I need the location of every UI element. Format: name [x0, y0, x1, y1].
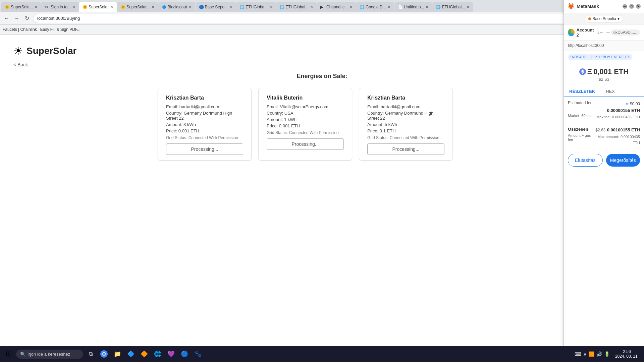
tab-close-3[interactable]: ✕ — [110, 5, 113, 9]
next-account-icon[interactable]: → — [605, 29, 611, 36]
card-1-amount: Amount: 3 kWh — [166, 122, 243, 127]
reload-button[interactable]: ↻ — [23, 14, 31, 22]
energy-card-3: Krisztian Barta Email: bartariki@gmail.c… — [359, 88, 453, 161]
card-1-price: Price: 0.001 ETH — [166, 128, 243, 133]
bookmark-pdf[interactable]: Easy Fill & Sign PDF... — [40, 27, 80, 32]
back-link[interactable]: < Back — [7, 61, 35, 73]
account-address[interactable]: 0xD5A9D...... — [611, 29, 640, 36]
metamask-close-button[interactable]: ✕ — [636, 4, 641, 9]
prev-account-icon[interactable]: ← — [599, 29, 604, 36]
tray-expand-icon[interactable]: ∧ — [583, 351, 587, 357]
app-header: ☀ SuperSolar — [7, 41, 637, 61]
cards-container: Krisztian Barta Email: bartariki@gmail.c… — [138, 88, 506, 161]
metamask-logo-icon: 🦊 — [567, 3, 575, 10]
tab-9[interactable]: ▶ Channel c... ✕ — [317, 2, 356, 12]
tab-close-12[interactable]: ✕ — [466, 5, 470, 9]
reject-button[interactable]: Elutasítás — [568, 154, 603, 167]
taskbar-right: ⌨ ∧ 📶 🔊 🔋 2:56 2024. 08. 11. — [575, 349, 641, 359]
metamask-account-left: Account 2 ℹ — [568, 27, 599, 38]
tab-10[interactable]: 🌐 Google D... ✕ — [356, 2, 394, 12]
start-menu-button[interactable]: ⊞ — [3, 348, 15, 360]
forward-button[interactable]: → — [13, 14, 21, 22]
card-2-grid-status: Grid Status: Connected With Permission — [267, 130, 344, 135]
metamask-network-selector[interactable]: Base Sepolia ▾ — [585, 15, 623, 22]
tab-favicon-11: 📄 — [398, 5, 402, 9]
app-logo-icon: ☀ — [13, 45, 23, 57]
tab-11[interactable]: 📄 Untitled p... ✕ — [394, 2, 432, 12]
network-icon[interactable]: 📶 — [589, 351, 594, 357]
address-bar[interactable]: localhost:3000/Buying — [33, 14, 641, 23]
eth-icon — [579, 68, 586, 75]
tab-close-6[interactable]: ✕ — [229, 5, 232, 9]
card-2-buy-button[interactable]: Processing... — [267, 138, 344, 150]
card-1-buy-button[interactable]: Processing... — [166, 143, 243, 155]
tab-8[interactable]: 🌐 ETHGlobal... ✕ — [276, 2, 317, 12]
search-placeholder: Írjon ide a kereséshez — [28, 352, 70, 357]
tab-close-11[interactable]: ✕ — [425, 5, 429, 9]
bookmark-chainlink[interactable]: Faucets | Chainlink — [3, 27, 37, 32]
app-title: SuperSolar — [26, 46, 76, 56]
tab-3[interactable]: 🌞 SuperSolar ✕ — [79, 2, 117, 12]
browser-chrome: 🌞 SuperSola... ✕ ✉ Sign in to... ✕ 🌞 Sup… — [0, 0, 644, 35]
tab-6[interactable]: 🔵 Base Sepo... ✕ — [196, 2, 236, 12]
tab-close-2[interactable]: ✕ — [72, 5, 75, 9]
tab-title-10: Google D... — [366, 5, 386, 9]
metamask-minimize-button[interactable]: — — [623, 4, 627, 9]
metamask-amount-section: Ξ 0,001 ETH $2.63 — [564, 63, 644, 86]
metamask-details-section: Estimated fee ✏ $0.00 0.00000155 ETH Mar… — [564, 97, 644, 123]
tab-title-12: ETHGlobal... — [442, 5, 465, 9]
keyboard-icon[interactable]: ⌨ — [575, 351, 581, 357]
taskbar-icon-6[interactable]: 💜 — [165, 348, 177, 360]
tab-close-4[interactable]: ✕ — [151, 5, 155, 9]
volume-icon[interactable]: 🔊 — [596, 351, 602, 357]
metamask-maximize-button[interactable]: □ — [629, 4, 634, 9]
tab-hex[interactable]: HEX — [600, 86, 620, 97]
contract-info-icon[interactable]: ℹ — [628, 55, 630, 59]
card-3-buy-button[interactable]: Processing... — [367, 143, 444, 155]
tab-close-9[interactable]: ✕ — [349, 5, 353, 9]
taskbar-icon-4[interactable]: 🔶 — [138, 348, 150, 360]
tab-close-5[interactable]: ✕ — [189, 5, 192, 9]
estimated-fee-usd: $0.00 — [630, 102, 640, 106]
tab-7[interactable]: 🌐 ETHGloba... ✕ — [236, 2, 276, 12]
taskbar-icon-8[interactable]: 🐾 — [192, 348, 204, 360]
tab-favicon-1: 🌞 — [5, 5, 9, 9]
tab-1[interactable]: 🌞 SuperSola... ✕ — [1, 2, 41, 12]
taskbar-chrome-icon[interactable] — [98, 348, 110, 360]
fee-edit-icon[interactable]: ✏ — [626, 102, 630, 106]
clock[interactable]: 2:56 2024. 08. 11. — [612, 349, 641, 359]
taskbar-explorer-icon[interactable]: 📁 — [111, 348, 123, 360]
tab-2[interactable]: ✉ Sign in to... ✕ — [41, 2, 79, 12]
tab-4[interactable]: 🌞 SuperSolar... ✕ — [117, 2, 158, 12]
tab-favicon-5: 🔷 — [162, 5, 166, 9]
card-3-country: Country: Germany Dortmund High Street 22 — [367, 111, 444, 121]
taskbar-search[interactable]: 🔍 Írjon ide a kereséshez — [16, 350, 83, 359]
metamask-tabs: RÉSZLETEK HEX — [564, 86, 644, 97]
card-3-price: Price: 0.1 ETH — [367, 128, 444, 133]
metamask-contract-info: 0xD5A9D...588e0 : BUY ENERGY ℹ — [564, 51, 644, 63]
tab-12[interactable]: 🌐 ETHGlobal... ✕ — [432, 2, 473, 12]
site-url-text: http://localhost:3000 — [568, 43, 604, 48]
taskview-button[interactable]: ⧉ — [85, 348, 97, 360]
back-button[interactable]: ← — [3, 14, 11, 22]
taskbar-icon-7[interactable]: 🔵 — [178, 348, 191, 360]
tab-5[interactable]: 🔷 Blockscout ✕ — [158, 2, 195, 12]
tab-close-10[interactable]: ✕ — [387, 5, 391, 9]
tab-close-7[interactable]: ✕ — [269, 5, 272, 9]
card-2-country: Country: USA — [267, 111, 344, 116]
tab-close-8[interactable]: ✕ — [310, 5, 313, 9]
tab-close-1[interactable]: ✕ — [34, 5, 38, 9]
metamask-title: MetaMask — [577, 4, 599, 9]
tab-favicon-12: 🌐 — [436, 5, 440, 9]
tab-title-5: Blockscout — [168, 5, 187, 9]
confirm-button[interactable]: Megerősítés — [606, 154, 640, 167]
card-3-grid-status: Grid Status: Connected With Permission — [367, 135, 444, 140]
tab-favicon-10: 🌐 — [360, 5, 364, 9]
tab-details[interactable]: RÉSZLETEK — [564, 86, 600, 97]
eth-amount-value: 0,001 ETH — [593, 67, 629, 76]
account-avatar — [568, 29, 575, 36]
card-3-seller-name: Krisztian Barta — [367, 95, 444, 101]
battery-icon[interactable]: 🔋 — [604, 351, 610, 357]
taskbar-icon-5[interactable]: 🌐 — [152, 348, 164, 360]
taskbar-icon-3[interactable]: 🔷 — [125, 348, 137, 360]
